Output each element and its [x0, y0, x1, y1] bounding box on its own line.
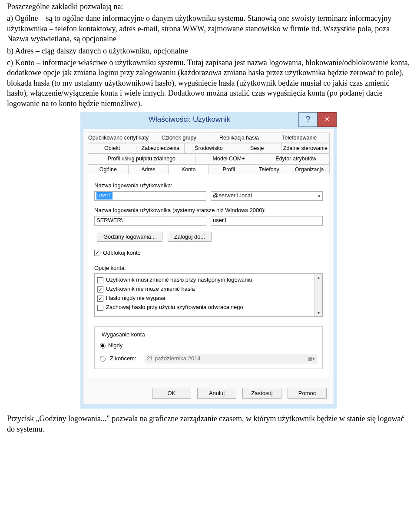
label-user-logon: Nazwa logowania użytkownika: — [94, 182, 323, 190]
opt-label: Zachowaj hasło przy użyciu szyfrowania o… — [106, 304, 243, 311]
help-button-footer[interactable]: Pomoc — [288, 388, 327, 399]
scroll-up-icon[interactable]: ▴ — [318, 275, 320, 280]
account-options-listbox[interactable]: Użytkownik musi zmienić hasło przy nastę… — [94, 273, 323, 317]
tab-attribute-editor[interactable]: Edytor atrybutów — [262, 153, 330, 163]
tab-account[interactable]: Konto — [168, 164, 209, 175]
tab-environment[interactable]: Środowisko — [184, 143, 233, 153]
chevron-down-icon: ▾ — [318, 193, 321, 199]
tab-object[interactable]: Obiekt — [88, 143, 136, 153]
tab-certificates[interactable]: Opublikowane certyfikaty — [88, 133, 149, 143]
titlebar: Właściwości: Użytkownik ? × — [80, 112, 337, 127]
body-text: Poszczególne zakładki pozwalają na: — [7, 2, 410, 12]
tab-strip: Opublikowane certyfikaty Członek grupy R… — [88, 133, 329, 377]
selected-text: user1 — [96, 192, 113, 200]
apply-button[interactable]: Zastosuj — [242, 388, 281, 399]
sam-account-input[interactable]: user1 — [211, 216, 323, 226]
expire-end-radio[interactable] — [100, 356, 106, 362]
domain-prefix-input[interactable]: SERWER\ — [94, 216, 206, 226]
opt-label: Hasło nigdy nie wygasa — [106, 295, 165, 302]
opt-must-change-checkbox[interactable] — [97, 277, 103, 283]
cancel-button[interactable]: Anuluj — [197, 388, 236, 399]
opt-never-expires-checkbox[interactable] — [97, 296, 103, 302]
body-text: a) Ogólne – są to ogólne dane informacyj… — [7, 13, 410, 44]
tab-security[interactable]: Zabezpieczenia — [136, 143, 185, 153]
tab-address[interactable]: Adres — [128, 164, 169, 174]
label-user-logon-pre2000: Nazwa logowania użytkownika (systemy sta… — [94, 207, 323, 214]
unlock-account-checkbox[interactable] — [94, 250, 100, 256]
calendar-icon: ▦▾ — [308, 356, 315, 362]
tab-member-of[interactable]: Członek grupy — [149, 133, 209, 143]
account-expiry-legend: Wygasanie konta — [100, 331, 147, 339]
properties-dialog: Właściwości: Użytkownik ? × Opublikowane… — [80, 112, 337, 409]
opt-label: Użytkownik musi zmienić hasło przy nastę… — [106, 276, 252, 284]
tab-content-account: Nazwa logowania użytkownika: user1 @serw… — [88, 174, 329, 377]
expire-never-label: Nigdy — [108, 342, 122, 349]
tab-organization[interactable]: Organizacja — [289, 164, 330, 174]
tab-profile[interactable]: Profil — [208, 164, 249, 174]
tab-telephones[interactable]: Telefony — [249, 164, 290, 174]
tab-dial-in[interactable]: Telefonowanie — [269, 133, 330, 143]
close-button[interactable]: × — [318, 112, 337, 127]
scrollbar[interactable]: ▴ ▾ — [314, 274, 322, 316]
domain-prefix-value: SERWER\ — [96, 217, 122, 224]
tab-remote-control[interactable]: Zdalne sterowanie — [281, 143, 330, 153]
expire-date-picker[interactable]: 21 października 2014 ▦▾ — [145, 354, 317, 363]
tab-com-plus[interactable]: Model COM+ — [195, 153, 263, 163]
label-account-options: Opcje konta: — [94, 265, 323, 272]
body-text: b) Adres – ciąg dalszy danych o użytkown… — [7, 46, 410, 56]
upn-suffix-value: @serwer1.local — [213, 192, 252, 200]
sam-account-value: user1 — [213, 217, 227, 224]
upn-suffix-combo[interactable]: @serwer1.local ▾ — [211, 191, 323, 201]
opt-reversible-enc-checkbox[interactable] — [97, 305, 103, 311]
tab-general[interactable]: Ogólne — [88, 164, 129, 174]
expire-end-label: Z końcem: — [110, 355, 140, 362]
help-button[interactable]: ? — [298, 112, 318, 127]
opt-label: Użytkownik nie może zmienić hasła — [106, 286, 195, 293]
user-logon-input[interactable]: user1 — [94, 191, 206, 201]
dialog-title: Właściwości: Użytkownik — [80, 112, 298, 127]
ok-button[interactable]: OK — [152, 388, 191, 399]
tab-sessions[interactable]: Sesje — [233, 143, 281, 153]
body-text: Przycisk „Godziny logowania..." pozwala … — [7, 414, 410, 434]
expire-date-value: 21 października 2014 — [147, 355, 201, 362]
logon-hours-button[interactable]: Godziny logowania... — [97, 232, 162, 242]
tab-password-replication[interactable]: Replikacja hasła — [209, 133, 270, 143]
dialog-footer: OK Anuluj Zastosuj Pomoc — [88, 381, 329, 399]
scroll-down-icon[interactable]: ▾ — [318, 310, 320, 316]
tab-rds-profile[interactable]: Profil usług pulpitu zdalnego — [88, 153, 195, 163]
body-text: c) Konto – informacje właściwe o użytkow… — [7, 58, 410, 109]
account-expiry-group: Wygasanie konta Nigdy Z końcem: 21 paźdz… — [94, 326, 323, 369]
dialog-body: Opublikowane certyfikaty Członek grupy R… — [83, 129, 334, 404]
opt-cannot-change-checkbox[interactable] — [97, 286, 103, 293]
expire-never-radio[interactable] — [100, 343, 106, 349]
logon-to-button[interactable]: Zaloguj do... — [168, 232, 212, 242]
unlock-account-label: Odblokuj konto — [103, 249, 141, 257]
